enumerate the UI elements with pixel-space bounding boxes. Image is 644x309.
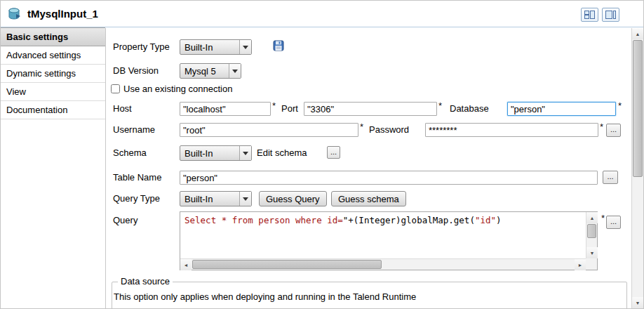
schema-select[interactable]: Built-In bbox=[180, 145, 252, 161]
sidebar-item-view[interactable]: View bbox=[1, 83, 105, 101]
query-vscroll-thumb[interactable] bbox=[587, 224, 596, 238]
schema-value: Built-In bbox=[180, 148, 239, 159]
scroll-right-icon[interactable]: ► bbox=[575, 259, 586, 270]
table-name-input[interactable] bbox=[180, 171, 598, 185]
scroll-up-icon[interactable]: ▲ bbox=[586, 212, 598, 223]
db-version-select[interactable]: Mysql 5 bbox=[180, 63, 241, 79]
chevron-down-icon bbox=[239, 146, 251, 160]
scroll-down-icon[interactable]: ▼ bbox=[632, 297, 643, 308]
header: tMysqlInput_1 bbox=[1, 1, 643, 27]
database-label: Database bbox=[450, 101, 489, 117]
username-label: Username bbox=[113, 122, 155, 138]
save-property-icon[interactable] bbox=[273, 40, 284, 53]
table-name-label: Table Name bbox=[113, 170, 161, 185]
split-view-icon bbox=[584, 11, 595, 19]
required-marker: * bbox=[618, 99, 624, 113]
password-label: Password bbox=[369, 122, 409, 138]
query-vertical-scrollbar[interactable]: ▲ ▼ bbox=[586, 212, 597, 258]
host-input[interactable] bbox=[180, 102, 271, 116]
data-source-note: This option only applies when deploying … bbox=[112, 282, 626, 302]
scroll-down-icon[interactable]: ▼ bbox=[586, 247, 598, 258]
query-type-select[interactable]: Built-In bbox=[180, 191, 252, 206]
db-version-value: Mysql 5 bbox=[180, 66, 229, 77]
existing-connection-label: Use an existing connection bbox=[123, 84, 232, 94]
query-type-label: Query Type bbox=[113, 191, 160, 206]
table-name-ellipsis-button[interactable]: ... bbox=[603, 171, 618, 184]
query-type-value: Built-In bbox=[180, 194, 239, 204]
existing-connection-checkbox[interactable] bbox=[111, 84, 120, 93]
query-code[interactable]: Select * from person where id="+(Integer… bbox=[180, 212, 586, 258]
sidebar-item-basic-settings[interactable]: Basic settings bbox=[1, 27, 105, 46]
property-type-value: Built-In bbox=[180, 42, 239, 53]
data-source-group: Data source This option only applies whe… bbox=[112, 282, 627, 308]
component-settings-panel: tMysqlInput_1 Basic settings Advanced se… bbox=[0, 0, 644, 309]
query-label: Query bbox=[113, 213, 137, 228]
guess-schema-button[interactable]: Guess schema bbox=[331, 191, 406, 206]
query-horizontal-scrollbar[interactable]: ◄ ► bbox=[180, 258, 586, 270]
password-ellipsis-button[interactable]: ... bbox=[606, 124, 621, 137]
property-type-select[interactable]: Built-In bbox=[180, 39, 252, 55]
required-marker: * bbox=[438, 99, 444, 113]
edit-schema-label: Edit schema bbox=[257, 145, 307, 161]
panel-vscroll-thumb[interactable] bbox=[633, 40, 643, 177]
scrollbar-corner bbox=[586, 258, 597, 270]
schema-label: Schema bbox=[113, 145, 147, 161]
maximize-view-icon bbox=[605, 11, 616, 19]
sidebar-item-documentation[interactable]: Documentation bbox=[1, 101, 105, 119]
port-label: Port bbox=[281, 101, 298, 117]
component-title: tMysqlInput_1 bbox=[27, 8, 98, 20]
username-input[interactable] bbox=[180, 123, 358, 137]
property-type-label: Property Type bbox=[113, 39, 170, 55]
query-ellipsis-button[interactable]: ... bbox=[606, 216, 621, 229]
query-editor[interactable]: Select * from person where id="+(Integer… bbox=[180, 211, 598, 270]
existing-connection-row: Use an existing connection bbox=[111, 84, 232, 94]
edit-schema-ellipsis-button[interactable]: ... bbox=[327, 146, 340, 159]
sidebar-item-advanced-settings[interactable]: Advanced settings bbox=[1, 46, 105, 65]
required-marker: * bbox=[360, 120, 365, 134]
port-input[interactable] bbox=[304, 102, 437, 116]
settings-nav: Basic settings Advanced settings Dynamic… bbox=[1, 28, 106, 308]
panel-vertical-scrollbar[interactable]: ▲ ▼ bbox=[631, 28, 643, 308]
chevron-down-icon bbox=[239, 192, 251, 206]
sidebar-item-dynamic-settings[interactable]: Dynamic settings bbox=[1, 65, 105, 83]
password-input[interactable] bbox=[425, 123, 598, 137]
chevron-down-icon bbox=[229, 64, 241, 78]
scroll-left-icon[interactable]: ◄ bbox=[180, 259, 192, 270]
database-component-icon bbox=[8, 8, 22, 20]
chevron-down-icon bbox=[239, 40, 251, 54]
db-version-label: DB Version bbox=[113, 63, 159, 79]
maximize-button[interactable] bbox=[602, 8, 619, 22]
data-source-legend: Data source bbox=[118, 276, 173, 287]
database-input[interactable] bbox=[507, 102, 616, 116]
guess-query-button[interactable]: Guess Query bbox=[259, 191, 327, 206]
scroll-up-icon[interactable]: ▲ bbox=[632, 28, 643, 39]
query-hscroll-thumb[interactable] bbox=[192, 260, 382, 269]
toggle-layout-button[interactable] bbox=[581, 8, 598, 22]
basic-settings-form: Property Type Built-In DB Version Mysql … bbox=[107, 28, 631, 308]
required-marker: * bbox=[600, 120, 605, 134]
host-label: Host bbox=[113, 101, 132, 117]
required-marker: * bbox=[272, 99, 278, 113]
